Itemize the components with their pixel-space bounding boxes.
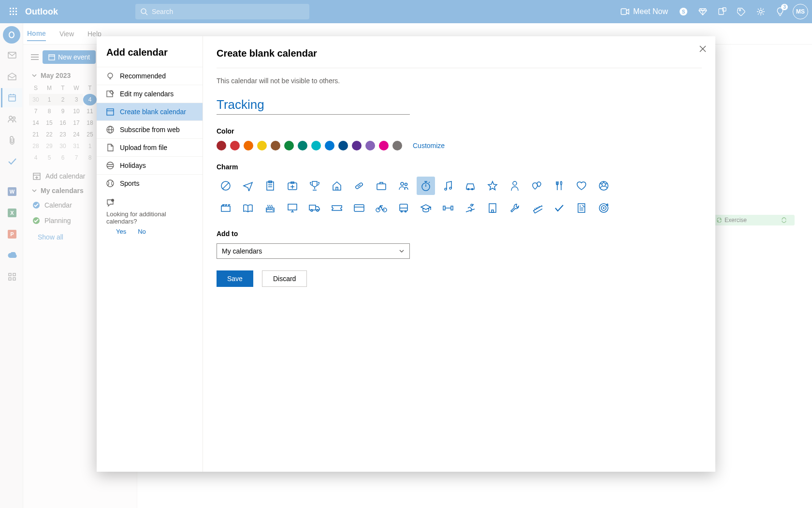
charm-car[interactable] — [461, 177, 479, 195]
color-swatch[interactable] — [338, 141, 348, 150]
charm-star[interactable] — [483, 177, 502, 195]
dialog-menu-subscribe[interactable]: Subscribe from web — [97, 120, 203, 138]
charm-dumbbell[interactable] — [439, 199, 457, 217]
charm-clipboard[interactable] — [261, 177, 279, 195]
charm-firstaid[interactable] — [283, 177, 302, 195]
home-icon — [332, 181, 342, 191]
ball-icon — [106, 179, 114, 187]
book-icon — [243, 204, 253, 212]
discard-button[interactable]: Discard — [262, 270, 307, 287]
globe-icon — [106, 126, 114, 134]
charm-none[interactable] — [217, 177, 235, 195]
color-swatch[interactable] — [230, 141, 240, 150]
dialog-title: Add calendar — [97, 47, 203, 67]
food-icon — [555, 180, 564, 191]
charm-wrench[interactable] — [506, 199, 524, 217]
charm-hearts[interactable] — [528, 177, 546, 195]
charm-movie[interactable] — [217, 199, 235, 217]
airplane-icon — [243, 180, 253, 191]
file-icon — [106, 144, 114, 151]
dialog-menu-holidays[interactable]: Holidays — [97, 156, 203, 174]
color-swatch[interactable] — [379, 141, 389, 150]
charm-stopwatch[interactable] — [417, 177, 435, 195]
ruler-icon — [532, 203, 542, 213]
charm-trophy[interactable] — [305, 177, 324, 195]
svg-rect-90 — [354, 205, 364, 211]
dialog-menu-recommended[interactable]: Recommended — [97, 67, 203, 85]
svg-rect-82 — [221, 206, 230, 211]
stopwatch-icon — [420, 180, 431, 191]
dialog-description: This calendar will not be visible to oth… — [217, 68, 702, 85]
charm-heart[interactable] — [572, 177, 591, 195]
blank-calendar-icon — [106, 108, 114, 116]
color-swatch[interactable] — [298, 141, 307, 150]
calendar-name-input[interactable] — [217, 95, 410, 115]
svg-point-46 — [108, 73, 113, 78]
charm-target[interactable] — [594, 199, 613, 217]
color-swatch[interactable] — [325, 141, 334, 150]
none-icon — [220, 180, 231, 191]
charm-people[interactable] — [394, 177, 413, 195]
svg-line-75 — [429, 182, 430, 183]
color-swatch[interactable] — [352, 141, 362, 150]
charm-airplane[interactable] — [239, 177, 257, 195]
charm-briefcase[interactable] — [372, 177, 391, 195]
charm-person[interactable] — [506, 177, 524, 195]
car-icon — [465, 181, 476, 190]
truck-icon — [309, 204, 320, 212]
svg-rect-94 — [400, 204, 407, 211]
soccer-icon — [598, 180, 609, 191]
charm-monitor[interactable] — [283, 199, 302, 217]
color-swatch[interactable] — [284, 141, 294, 150]
charm-notes[interactable] — [572, 199, 591, 217]
ski-icon — [465, 203, 476, 213]
color-swatch[interactable] — [365, 141, 375, 150]
color-swatch[interactable] — [392, 141, 402, 150]
color-swatch[interactable] — [217, 141, 226, 150]
charm-check[interactable] — [550, 199, 568, 217]
charm-book[interactable] — [239, 199, 257, 217]
color-swatch[interactable] — [271, 141, 280, 150]
charm-soccer[interactable] — [594, 177, 613, 195]
charm-graduation[interactable] — [417, 199, 435, 217]
charm-pill[interactable] — [350, 177, 368, 195]
people-icon — [398, 181, 409, 191]
dialog-main: Create blank calendar This calendar will… — [203, 36, 715, 472]
save-button[interactable]: Save — [217, 270, 253, 287]
charm-grid — [217, 177, 613, 217]
charm-music[interactable] — [439, 177, 457, 195]
bus-icon — [399, 203, 408, 213]
dialog-menu-upload[interactable]: Upload from file — [97, 138, 203, 156]
color-swatch[interactable] — [257, 141, 267, 150]
monitor-icon — [287, 203, 298, 213]
charm-bike[interactable] — [372, 199, 391, 217]
charm-bus[interactable] — [394, 199, 413, 217]
charm-card[interactable] — [350, 199, 368, 217]
dialog-menu-sports[interactable]: Sports — [97, 174, 203, 192]
add-calendar-dialog: Add calendar Recommended Edit my calenda… — [97, 36, 715, 472]
svg-point-77 — [450, 187, 451, 189]
dumbbell-icon — [442, 205, 454, 211]
charm-food[interactable] — [550, 177, 568, 195]
close-button[interactable] — [699, 45, 707, 53]
color-swatch[interactable] — [311, 141, 321, 150]
dialog-menu-edit[interactable]: Edit my calendars — [97, 85, 203, 103]
charm-ticket[interactable] — [328, 199, 346, 217]
clipboard-icon — [265, 180, 275, 191]
charm-building[interactable] — [483, 199, 502, 217]
charm-truck[interactable] — [305, 199, 324, 217]
add-to-label: Add to — [217, 230, 702, 238]
dialog-menu-create[interactable]: Create blank calendar — [97, 103, 203, 120]
svg-point-88 — [311, 209, 313, 211]
customize-link[interactable]: Customize — [413, 142, 445, 149]
feedback-icon — [106, 199, 115, 208]
charm-ski[interactable] — [461, 199, 479, 217]
charm-home[interactable] — [328, 177, 346, 195]
target-icon — [598, 203, 609, 213]
feedback-yes[interactable]: Yes — [116, 228, 126, 235]
color-swatch[interactable] — [244, 141, 253, 150]
add-to-dropdown[interactable]: My calendars — [217, 243, 410, 259]
feedback-no[interactable]: No — [138, 228, 146, 235]
charm-cake[interactable] — [261, 199, 279, 217]
charm-ruler[interactable] — [528, 199, 546, 217]
